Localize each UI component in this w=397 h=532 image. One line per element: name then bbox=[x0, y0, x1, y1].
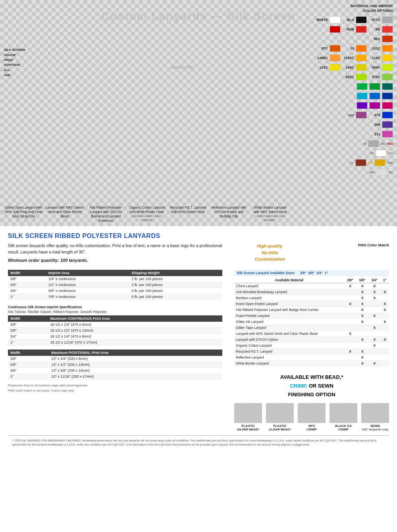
size-34: X bbox=[368, 313, 381, 319]
size-58: X bbox=[356, 354, 368, 360]
material-name: Lanyard with DTACH Option bbox=[234, 336, 344, 342]
td-width: 5/8" bbox=[8, 282, 46, 288]
product-label-0: Glitter Tape Lanyard with NPS Split Ring… bbox=[4, 206, 43, 219]
table-row: 3/4" 18 1/2 x 1/4" (470 x 6mm) bbox=[8, 333, 222, 339]
color-row-bottom1: SI CK/ RED bbox=[298, 140, 393, 147]
color-swatch-268 bbox=[382, 121, 393, 128]
td-area: 18 1/2 x 1/2" (470 x 13mm) bbox=[48, 327, 222, 333]
th-size-58: 5/8" bbox=[356, 277, 368, 283]
size-34 bbox=[368, 307, 381, 313]
label-wh: WH bbox=[388, 152, 393, 155]
size-34 bbox=[368, 354, 381, 360]
color-label-10: 10 bbox=[342, 46, 354, 50]
label-ck: CK/ bbox=[381, 142, 385, 145]
finishing-section: AVAILABLE WITH BEAD,* CRIMP, OR SEWN FIN… bbox=[234, 373, 389, 431]
size-375 bbox=[344, 342, 357, 348]
sewn-note: *3/8" lanyards only. bbox=[361, 428, 389, 431]
product-name-6: White Border Lanyard with NPS Swivel Hoo… bbox=[253, 206, 287, 214]
footnote-text: ** SPECIAL WARNING FOR BREAKAWAY LANYARD… bbox=[12, 439, 385, 447]
main-section: SILK SCREEN RIBBED POLYESTER LANYARDS Si… bbox=[0, 226, 397, 454]
label-red: RED bbox=[387, 142, 393, 145]
size-375 bbox=[344, 307, 357, 313]
color-label-1495c: 1495C bbox=[316, 56, 328, 60]
available-material-table: Available Material 3/8" 5/8" 3/4" 1" 2To… bbox=[234, 277, 389, 367]
size-1: X bbox=[381, 289, 389, 295]
material-name: Glitter Tape Lanyard bbox=[234, 325, 344, 330]
color-row-white: WHITE BLA 877C bbox=[298, 16, 393, 23]
th-max-positional: Maximum POSITIONAL Print Area bbox=[49, 350, 222, 356]
td-shipping: 5 lb. per 100 pieces bbox=[129, 294, 222, 300]
table-row: 3/4" 5/8" x continuous 4 lb. per 100 pie… bbox=[8, 288, 222, 294]
finishing-options: PLASTICSILVER BEAD* PLASTICCLEAR BEAD* N… bbox=[234, 403, 389, 431]
label-ite: ITE bbox=[370, 152, 374, 155]
print-label: PRINT bbox=[4, 58, 25, 63]
th-size-34: 3/4" bbox=[368, 277, 381, 283]
left-labels: SILK SCREEN VELOW PRINT CONTOUR GLI YAR bbox=[4, 48, 25, 78]
table-row: 1" 13" x 11/16" (330 x 17mm) bbox=[8, 373, 222, 379]
td-w: 3/4" bbox=[8, 333, 48, 339]
product-labels-row: Glitter Tape Lanyard with NPS Split Ring… bbox=[0, 202, 294, 226]
color-swatch-lex bbox=[356, 111, 367, 119]
size-375 bbox=[344, 360, 357, 366]
list-item: Event Open-Ended Lanyard X X X bbox=[234, 301, 389, 307]
color-row-87c: 87C 10 151C bbox=[298, 45, 393, 52]
material-name: Lanyard with NPS Swivel Hook and Clear P… bbox=[234, 330, 344, 336]
color-swatch-red1 bbox=[330, 26, 341, 33]
size-375 bbox=[344, 325, 357, 330]
material-name: Flat Ribbed Polyester Lanyard with Badge… bbox=[234, 307, 344, 313]
size-375: X bbox=[344, 283, 357, 289]
size-375 bbox=[344, 336, 357, 342]
shipping-table: Width Imprint Area Shipping Weight 3/8" … bbox=[8, 270, 222, 300]
size-375 bbox=[344, 289, 357, 295]
list-item: White Border Lanyard X X bbox=[234, 360, 389, 366]
refl-label: REFLECTIVE bbox=[171, 65, 193, 69]
td-imprint: 5/8" x continuous bbox=[46, 288, 129, 294]
material-name: Anti-Microbial Breakaway Lanyard bbox=[234, 289, 344, 295]
product-label-6: White Border Lanyard with NPS Swivel Hoo… bbox=[251, 206, 290, 222]
two-col-layout: Width Imprint Area Shipping Weight 3/8" … bbox=[8, 270, 389, 431]
size-34: X bbox=[368, 360, 381, 366]
td-w: 3/8" bbox=[8, 356, 49, 362]
size-375: X bbox=[344, 348, 357, 354]
section-title: SILK SCREEN RIBBED POLYESTER LANYARDS bbox=[8, 232, 389, 240]
size-34 bbox=[368, 348, 381, 354]
material-name: Bamboo Lanyard bbox=[234, 295, 344, 301]
finishing-item-sewn: SEWN *3/8" lanyards only. bbox=[361, 403, 389, 431]
contour-label: CONTOUR bbox=[4, 63, 25, 68]
td-area: 18 1/2 x 11/16" (470 x 17mm) bbox=[48, 339, 222, 345]
color-row-bottom2: ITE WH bbox=[298, 150, 393, 157]
size-34: X bbox=[368, 342, 381, 348]
size-1 bbox=[381, 348, 389, 354]
td-imprint: 7/8" x continuous bbox=[46, 294, 129, 300]
color-row-bottom4: HIT WH bbox=[298, 169, 393, 176]
size-58: X bbox=[356, 307, 368, 313]
label-rc: RC bbox=[350, 161, 354, 164]
color-swatch-red2 bbox=[356, 26, 367, 33]
color-swatch-115c bbox=[330, 64, 341, 71]
label-ow: OW bbox=[368, 161, 373, 164]
nps-crimp-label: NPSCRIMP bbox=[298, 424, 326, 431]
table-row: 5/8" 13" x 1/2" (330 x 13mm) bbox=[8, 361, 222, 367]
size-1: X bbox=[381, 301, 389, 307]
product-label-2: Flat Ribbed Polyester Lanyard with DTACH… bbox=[86, 206, 125, 223]
color-label-rub: RUB bbox=[342, 27, 354, 31]
table-row: 3/8" 13" x 1/4" (330 x 6mm) bbox=[8, 356, 222, 362]
color-row-2: RUB RE bbox=[298, 26, 393, 33]
list-item: Bamboo Lanyard X X bbox=[234, 295, 389, 301]
color-swatch-red3 bbox=[382, 26, 393, 33]
color-swatch-375c bbox=[382, 73, 393, 81]
gli-label: GLI bbox=[4, 68, 25, 73]
td-area: 18 1/2 x 1/4" (470 x 6mm) bbox=[48, 322, 222, 328]
size-375 bbox=[344, 319, 357, 325]
size-34: X bbox=[368, 289, 381, 295]
color-code-877c: 877C bbox=[368, 18, 380, 22]
size-34 bbox=[368, 319, 381, 325]
size-375: X bbox=[344, 330, 357, 336]
hq-text: High-quality,No-frillsCustomization bbox=[230, 243, 310, 263]
color-swatch-white bbox=[330, 16, 341, 23]
sewn-swatch bbox=[361, 403, 389, 423]
size-1 bbox=[381, 295, 389, 301]
right-col: Silk Screen Lanyard Available Sizes: 3/8… bbox=[230, 270, 389, 431]
color-code-072: 072 bbox=[368, 113, 380, 117]
product-label-1: Lanyard with NPS Swivel Hook and Clear P… bbox=[45, 206, 84, 219]
